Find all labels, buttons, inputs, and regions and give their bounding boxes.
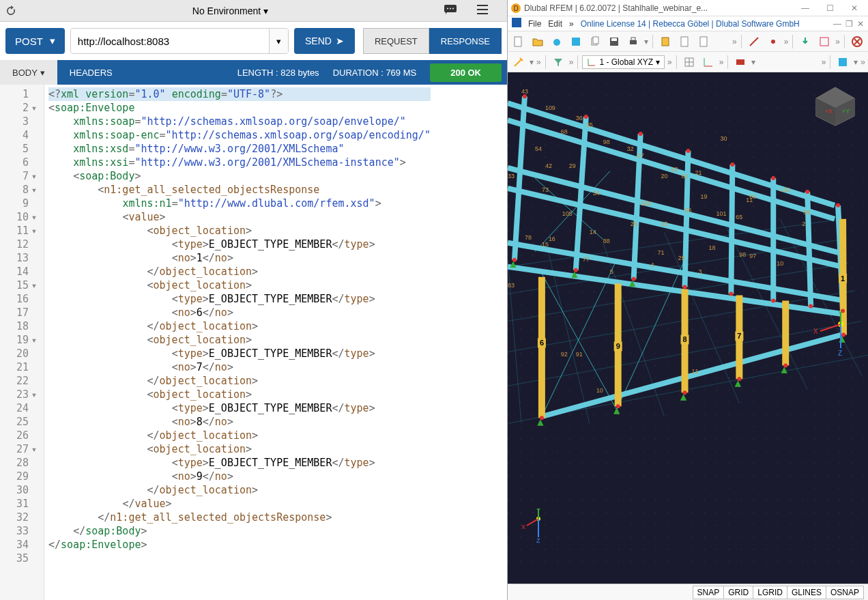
toolbar-more-icon[interactable]: » (860, 57, 865, 67)
svg-text:92: 92 (561, 351, 568, 358)
code-editor[interactable]: 12▾34567▾8▾910▾11▾12131415▾16171819▾2021… (0, 85, 507, 600)
result-icon[interactable] (816, 33, 833, 50)
print-icon[interactable] (625, 33, 641, 50)
maximize-button[interactable]: ☐ (819, 3, 841, 13)
length-label: LENGTH : 828 bytes (237, 68, 319, 78)
design-icon[interactable] (732, 54, 749, 70)
svg-text:97: 97 (749, 253, 756, 259)
minimize-button[interactable]: — (794, 3, 816, 13)
open-file-icon[interactable] (530, 33, 546, 50)
save-icon[interactable] (606, 33, 622, 50)
status-osnap[interactable]: OSNAP (826, 586, 864, 599)
model-icon[interactable] (568, 33, 584, 50)
chevron-down-icon: ▾ (263, 5, 268, 16)
send-arrow-icon: ➤ (336, 35, 344, 46)
svg-text:Y: Y (536, 509, 540, 514)
svg-text:14: 14 (590, 229, 596, 235)
send-button[interactable]: SEND ➤ (294, 28, 355, 54)
filter-icon[interactable] (550, 54, 566, 70)
svg-rect-12 (572, 38, 580, 46)
chevron-down-icon[interactable]: ▾ (854, 57, 858, 67)
doc2-icon[interactable] (695, 33, 712, 50)
cloud-icon[interactable] (549, 33, 565, 50)
member-icon[interactable] (746, 33, 762, 50)
response-tab[interactable]: RESPONSE (429, 28, 502, 54)
svg-text:11: 11 (691, 368, 698, 375)
status-grid[interactable]: GRID (723, 586, 753, 599)
svg-text:6: 6 (540, 339, 544, 347)
grid-icon[interactable] (681, 54, 697, 70)
status-lgrid[interactable]: LGRID (753, 586, 787, 599)
svg-text:62: 62 (671, 166, 678, 173)
mdi-minimize-icon[interactable]: — (833, 19, 841, 29)
svg-rect-35 (736, 59, 744, 65)
toolbar-more-icon[interactable]: » (822, 57, 826, 67)
paste-icon[interactable] (657, 33, 674, 50)
app-small-icon[interactable] (512, 18, 521, 29)
svg-rect-21 (700, 37, 707, 46)
3d-viewport[interactable]: 6 9 8 7 1 (508, 72, 868, 584)
svg-text:109: 109 (545, 104, 555, 111)
chevron-down-icon[interactable]: ▾ (530, 57, 534, 67)
delete-icon[interactable] (849, 33, 865, 50)
toolbar-more-icon[interactable]: » (719, 57, 724, 67)
toolbar-more-icon[interactable]: » (569, 57, 574, 67)
axis-icon[interactable] (700, 54, 717, 70)
svg-text:34: 34 (593, 190, 600, 197)
svg-point-11 (553, 39, 560, 46)
svg-text:Z: Z (536, 537, 540, 543)
toolbar-more-icon[interactable]: » (784, 37, 789, 46)
chat-icon[interactable] (444, 5, 457, 16)
svg-text:X: X (521, 524, 525, 530)
menu-edit[interactable]: Edit (548, 19, 562, 29)
toolbar-more-icon[interactable]: » (835, 37, 840, 46)
svg-text:66: 66 (685, 207, 692, 214)
structure-model: 6 9 8 7 1 (508, 72, 868, 584)
chevron-down-icon[interactable]: ▾ (751, 57, 755, 67)
headers-tab[interactable]: HEADERS (57, 60, 125, 85)
chevron-down-icon[interactable]: ▾ (644, 37, 648, 46)
menu-more-icon[interactable]: » (569, 19, 574, 29)
status-glines[interactable]: GLINES (787, 586, 826, 599)
copy-icon[interactable] (587, 33, 603, 50)
http-method-button[interactable]: POST ▾ (5, 28, 65, 54)
environment-dropdown[interactable]: No Environment ▾ (192, 5, 268, 16)
toolbar-more-icon[interactable]: » (667, 57, 672, 67)
svg-text:110: 110 (780, 186, 790, 193)
status-snap[interactable]: SNAP (693, 586, 725, 599)
menu-icon[interactable] (477, 5, 488, 16)
svg-text:10: 10 (777, 260, 783, 267)
svg-point-91 (686, 149, 691, 153)
svg-text:13: 13 (661, 220, 668, 227)
menubar: File Edit » Online License 14 | Rebecca … (508, 16, 868, 31)
svg-rect-16 (611, 38, 617, 41)
view-icon[interactable] (835, 54, 851, 70)
toolbar-more-icon[interactable]: » (536, 57, 541, 67)
svg-rect-6 (477, 13, 488, 14)
toolbar-more-icon[interactable]: » (732, 37, 737, 46)
new-file-icon[interactable] (510, 33, 527, 50)
view-cube[interactable]: +X +Y (808, 78, 863, 132)
url-input[interactable] (71, 29, 269, 53)
body-tab[interactable]: BODY ▾ (0, 60, 57, 85)
code-content[interactable]: <?xml version="1.0" encoding="UTF-8"?><s… (44, 85, 435, 600)
refresh-icon[interactable] (5, 5, 16, 16)
coord-system-select[interactable]: 1 - Global XYZ ▾ (582, 55, 665, 69)
duration-label: DURATION : 769 MS (333, 68, 417, 78)
window-titlebar[interactable]: D Dlubal RFEM | 6.02.0072 | Stahlhalle_w… (508, 0, 868, 16)
coord-system-label: 1 - Global XYZ (599, 57, 653, 67)
svg-text:43: 43 (521, 88, 528, 95)
mdi-close-icon[interactable]: ✕ (857, 19, 864, 29)
wand-icon[interactable] (510, 54, 527, 70)
mdi-restore-icon[interactable]: ❐ (845, 19, 853, 29)
url-history-dropdown[interactable]: ▾ (269, 29, 288, 53)
doc1-icon[interactable] (676, 33, 693, 50)
svg-text:65: 65 (736, 214, 742, 220)
menu-file[interactable]: File (528, 19, 541, 29)
load-icon[interactable] (797, 33, 813, 50)
svg-text:29: 29 (569, 162, 576, 169)
svg-text:27: 27 (637, 152, 644, 159)
close-button[interactable]: ✕ (843, 3, 865, 13)
node-icon[interactable] (765, 33, 781, 50)
request-tab[interactable]: REQUEST (363, 28, 429, 54)
